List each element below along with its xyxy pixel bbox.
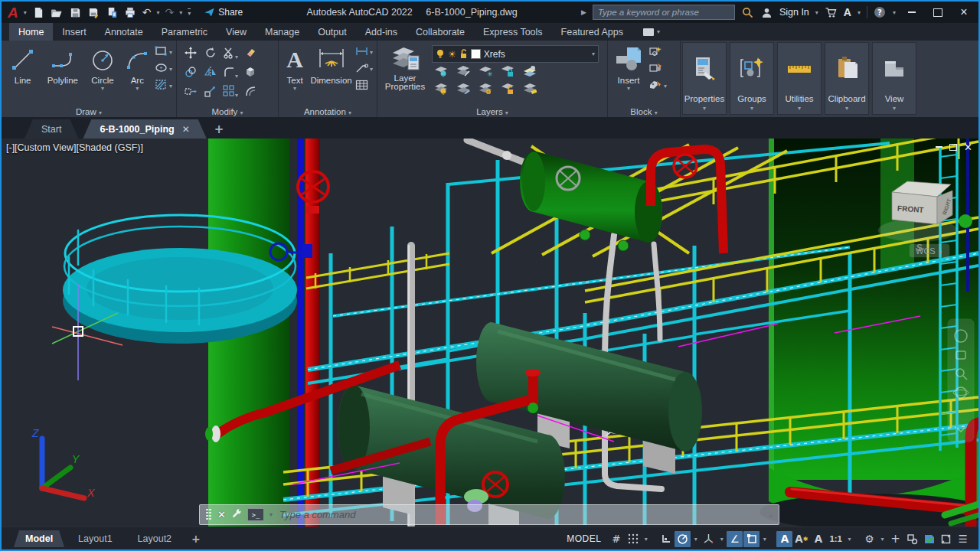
utilities-expand-caret-icon[interactable]: ▾ bbox=[798, 103, 801, 114]
scale-tool[interactable] bbox=[204, 85, 217, 100]
viewport-restore-icon[interactable] bbox=[949, 142, 957, 152]
save-to-mobile-button[interactable] bbox=[106, 6, 119, 19]
circle-tool[interactable]: Circle ▾ bbox=[85, 43, 119, 105]
rectangle-tool[interactable] bbox=[155, 45, 168, 60]
polyline-tool[interactable]: Polyline bbox=[43, 43, 82, 105]
file-tab-start[interactable]: Start bbox=[24, 119, 78, 139]
command-input[interactable] bbox=[278, 508, 541, 521]
wcs-dropdown[interactable]: WCS ▾ bbox=[910, 244, 949, 257]
minimize-button[interactable] bbox=[902, 5, 922, 20]
rectangle-caret-icon[interactable]: ▾ bbox=[169, 49, 172, 56]
fillet-tool[interactable]: ▾ bbox=[223, 66, 238, 81]
autodesk-app-icon[interactable]: A bbox=[844, 6, 851, 18]
copy-tool[interactable] bbox=[185, 66, 197, 81]
stretch-tool[interactable] bbox=[185, 85, 197, 100]
app-store-cart-icon[interactable] bbox=[825, 6, 838, 19]
layer-unisolate-tool[interactable] bbox=[456, 65, 471, 80]
osnap-caret-icon[interactable]: ▾ bbox=[760, 531, 769, 547]
create-block-tool[interactable] bbox=[648, 45, 662, 60]
maximize-button[interactable] bbox=[928, 5, 948, 20]
polar-caret-icon[interactable]: ▾ bbox=[691, 531, 700, 547]
undo-caret-icon[interactable]: ▾ bbox=[156, 9, 159, 16]
tab-add-ins[interactable]: Add-ins bbox=[356, 23, 407, 41]
file-tab-close-icon[interactable]: ✕ bbox=[182, 124, 190, 135]
insert-caret-icon[interactable]: ▾ bbox=[627, 85, 630, 92]
array-tool[interactable]: ▾ bbox=[223, 85, 238, 100]
move-tool[interactable] bbox=[185, 47, 197, 62]
command-expand-icon[interactable]: ▴ bbox=[769, 511, 773, 519]
close-button[interactable]: × bbox=[954, 5, 974, 20]
tab-express-tools[interactable]: Express Tools bbox=[474, 23, 552, 41]
explode-tool[interactable] bbox=[244, 66, 256, 81]
layer-isolate-tool[interactable] bbox=[433, 65, 449, 80]
properties-expand-caret-icon[interactable]: ▾ bbox=[703, 103, 706, 114]
layout-tab-layout1[interactable]: Layout1 bbox=[67, 530, 123, 547]
layout-tab-layout2[interactable]: Layout2 bbox=[126, 530, 183, 547]
object-snap-tracking-toggle[interactable]: ∠ bbox=[727, 531, 743, 547]
viewport-close-icon[interactable]: ✕ bbox=[964, 142, 972, 152]
annotation-scale-value[interactable]: 1:1 bbox=[827, 534, 844, 543]
object-snap-toggle[interactable] bbox=[743, 531, 760, 547]
arc-caret-icon[interactable]: ▾ bbox=[136, 85, 139, 92]
ortho-mode-toggle[interactable] bbox=[658, 531, 674, 547]
layer-properties-button[interactable]: Layer Properties bbox=[381, 43, 429, 105]
share-button[interactable]: Share bbox=[204, 7, 243, 18]
mirror-tool[interactable] bbox=[204, 66, 217, 81]
layer-lock-tool[interactable] bbox=[500, 65, 515, 80]
wcs-label[interactable]: WCS bbox=[916, 246, 936, 256]
panel-clipboard[interactable]: Clipboard ▾ bbox=[825, 42, 869, 115]
ellipse-caret-icon[interactable]: ▾ bbox=[169, 66, 172, 73]
attributes-caret-icon[interactable]: ▾ bbox=[664, 83, 667, 90]
new-drawing-tab-button[interactable]: + bbox=[214, 122, 224, 136]
clean-screen-button[interactable] bbox=[938, 531, 954, 547]
sign-in-caret-icon[interactable]: ▾ bbox=[815, 9, 818, 16]
sign-in-button[interactable]: Sign In bbox=[779, 7, 809, 18]
annotation-monitor-toggle[interactable]: + bbox=[887, 531, 903, 547]
search-expand-icon[interactable]: ▶ bbox=[581, 8, 586, 16]
dim-linear-tool[interactable] bbox=[355, 46, 368, 60]
panel-groups[interactable]: Groups ▾ bbox=[730, 42, 774, 115]
graphics-performance-button[interactable] bbox=[921, 531, 937, 547]
tab-parametric[interactable]: Parametric bbox=[152, 23, 217, 41]
customize-command-icon[interactable] bbox=[231, 508, 242, 522]
snap-caret-icon[interactable]: ▾ bbox=[642, 531, 650, 547]
offset-tool[interactable] bbox=[244, 85, 256, 100]
layer-unlock-tool[interactable] bbox=[500, 83, 515, 98]
user-icon[interactable] bbox=[760, 6, 773, 19]
polar-tracking-toggle[interactable] bbox=[675, 531, 691, 547]
draw-panel-label[interactable]: Draw ▾ bbox=[2, 107, 176, 116]
annotation-panel-label[interactable]: Annotation ▾ bbox=[279, 107, 377, 116]
search-input[interactable] bbox=[593, 5, 735, 20]
panel-view[interactable]: View ▾ bbox=[872, 42, 916, 115]
tab-manage[interactable]: Manage bbox=[256, 23, 309, 41]
save-as-button[interactable] bbox=[87, 6, 100, 19]
tab-collaborate[interactable]: Collaborate bbox=[407, 23, 474, 41]
isodraft-toggle[interactable] bbox=[701, 531, 717, 547]
tab-insert[interactable]: Insert bbox=[53, 23, 95, 41]
tab-home[interactable]: Home bbox=[9, 23, 53, 41]
panel-utilities[interactable]: Utilities ▾ bbox=[777, 42, 822, 115]
navigation-bar[interactable] bbox=[948, 319, 974, 442]
panel-properties[interactable]: Properties ▾ bbox=[682, 42, 727, 115]
layer-match-layer-tool[interactable] bbox=[456, 83, 471, 98]
plot-button[interactable] bbox=[124, 6, 137, 19]
dim-linear-caret-icon[interactable]: ▾ bbox=[370, 49, 373, 56]
tab-output[interactable]: Output bbox=[309, 23, 356, 41]
snap-mode-toggle[interactable] bbox=[625, 531, 641, 547]
hatch-tool[interactable] bbox=[155, 79, 168, 93]
workspace-caret-icon[interactable]: ▾ bbox=[878, 531, 887, 547]
layer-select-dropdown[interactable]: ☀ Xrefs ▾ bbox=[432, 45, 599, 63]
layers-panel-label[interactable]: Layers ▾ bbox=[377, 107, 607, 116]
text-caret-icon[interactable]: ▾ bbox=[293, 85, 296, 92]
new-file-button[interactable] bbox=[32, 6, 45, 19]
insert-block-tool[interactable]: Insert ▾ bbox=[612, 43, 645, 105]
qat-customize-icon[interactable]: ▾ bbox=[188, 8, 191, 17]
trim-tool[interactable]: ▾ bbox=[223, 47, 238, 62]
annotation-visibility-toggle[interactable]: A bbox=[776, 531, 792, 547]
erase-tool[interactable] bbox=[244, 47, 256, 62]
layer-walk-tool[interactable] bbox=[522, 83, 537, 98]
layer-make-current-tool[interactable] bbox=[433, 83, 449, 98]
leader-caret-icon[interactable]: ▾ bbox=[370, 66, 373, 73]
autocad-logo-icon[interactable]: A bbox=[8, 5, 18, 20]
ribbon-minimize-button[interactable]: ▾ bbox=[643, 23, 660, 41]
